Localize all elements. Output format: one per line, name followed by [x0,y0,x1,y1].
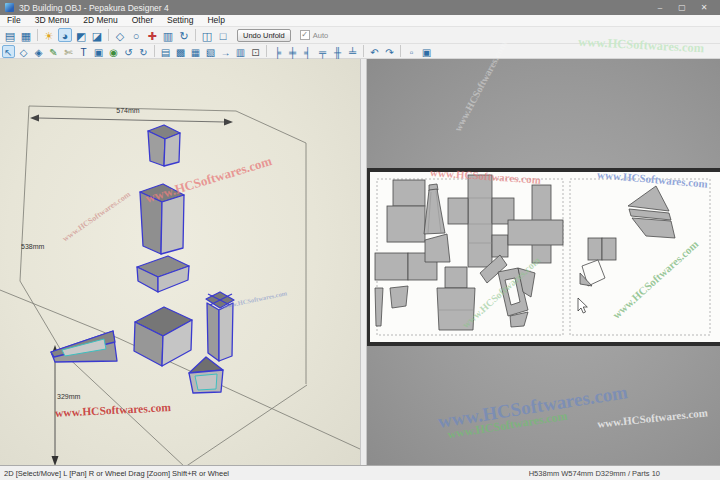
part-box-tall[interactable] [140,184,184,254]
add-page-icon[interactable]: ▧ [204,45,217,58]
application-window: 3D Building OBJ - Pepakura Designer 4 – … [0,0,720,480]
view-cylinder-icon[interactable]: ○ [129,28,143,42]
part-cube-big[interactable] [134,307,192,366]
rotate-part-left-icon[interactable]: ↶ [368,45,381,58]
align-center-v-icon[interactable]: ╫ [331,45,344,58]
toolbar-separator [266,45,267,57]
part-pyramid[interactable] [189,357,223,393]
texture-settings-icon[interactable]: ◉ [107,45,120,58]
edit-outline-icon[interactable]: ◇ [17,45,30,58]
select-move-icon[interactable]: ↖ [2,45,15,58]
toolbar-separator [37,29,38,41]
print-icon[interactable]: ⊡ [249,45,262,58]
auto-checkbox-label: Auto [313,31,328,40]
erase-line-icon[interactable]: ✄ [62,45,75,58]
toggle-light-icon[interactable]: ☀ [42,28,56,42]
statusbar-hint: 2D [Select/Move] L [Pan] R or Wheel Drag… [4,469,229,478]
menu-3d-menu[interactable]: 3D Menu [28,15,77,26]
pane-splitter[interactable] [360,59,367,465]
toolbar-separator [195,29,196,41]
layout-2d-only-icon[interactable]: □ [216,28,230,42]
toolbar-2d: ↖◇◈✎✄T▣◉↺↻▤▩▦▧→▥⊡╞╪╡╤╫╧↶↷▫▣ [0,44,720,59]
move-part-to-page-icon[interactable]: → [219,45,232,58]
pick-part-through-icon[interactable]: ◪ [90,28,104,42]
pick-part-front-icon[interactable]: ◩ [74,28,88,42]
rotate-part-right-icon[interactable]: ↷ [383,45,396,58]
open-file-icon[interactable]: ▤ [3,28,17,42]
bounding-box-wireframe [0,106,360,465]
toolbar-2d-icons: ↖◇◈✎✄T▣◉↺↻▤▩▦▧→▥⊡╞╪╡╤╫╧↶↷▫▣ [1,45,434,58]
menu-other[interactable]: Other [125,15,160,26]
dimension-depth: 329mm [52,345,81,465]
align-bottom-icon[interactable]: ╧ [346,45,359,58]
view-cube-icon[interactable]: ◇ [113,28,127,42]
viewport-2d[interactable] [367,59,720,465]
undo-icon[interactable]: ↺ [122,45,135,58]
align-right-icon[interactable]: ╡ [301,45,314,58]
arrange-parts-icon[interactable]: ▦ [189,45,202,58]
undo-unfold-button[interactable]: Undo Unfold [237,29,291,42]
redo-icon[interactable]: ↻ [137,45,150,58]
insert-image-icon[interactable]: ▣ [92,45,105,58]
part-slab[interactable] [137,256,189,292]
dimension-depth-label: 329mm [57,393,81,400]
show-flaps-icon[interactable]: ▩ [174,45,187,58]
viewport-3d[interactable]: 574mm 538mm 329mm [0,59,360,465]
main-area: 574mm 538mm 329mm [0,59,720,465]
toolbar-separator [154,45,155,57]
mirror-model-icon[interactable]: ▥ [161,28,175,42]
layout-3d-2d-icon[interactable]: ◫ [200,28,214,42]
toolbar-separator [400,45,401,57]
dimension-width-label: 574mm [116,107,140,114]
menubar-items: File3D Menu2D MenuOtherSettingHelp [0,15,720,27]
maximize-button[interactable]: ▢ [671,0,693,15]
rotate-view-icon[interactable]: ◕ [58,28,72,42]
toolbar-top-icons: ▤▦☀◕◩◪◇○✚▥↻◫□ [2,28,231,42]
app-icon [5,3,14,12]
dimension-height: 538mm [21,243,45,250]
save-file-icon[interactable]: ▦ [19,28,33,42]
align-left-icon[interactable]: ╞ [271,45,284,58]
dimension-width: 574mm [30,107,233,126]
part-prism-vertical[interactable] [206,292,234,361]
statusbar-dimensions: H538mm W574mm D329mm / Parts 10 [529,469,660,478]
show-axes-icon[interactable]: ✚ [145,28,159,42]
insert-text-icon[interactable]: T [77,45,90,58]
page-setup-icon[interactable]: ▥ [234,45,247,58]
part-cube-small[interactable] [148,125,180,166]
minimize-button[interactable]: – [649,0,671,15]
select-region-icon[interactable]: ▫ [405,45,418,58]
close-button[interactable]: ✕ [693,0,715,15]
model-3d-canvas[interactable]: 574mm 538mm 329mm [0,59,360,465]
toolbar-separator [363,45,364,57]
dimension-height-label: 538mm [21,243,45,250]
status-bar: 2D [Select/Move] L [Pan] R or Wheel Drag… [0,465,720,480]
menu-file[interactable]: File [0,15,28,26]
unfold-2d-canvas[interactable] [367,59,720,465]
auto-unfold-option: ✓ Auto [300,30,328,40]
draw-line-icon[interactable]: ✎ [47,45,60,58]
part-wedge[interactable] [51,331,117,362]
join-divide-icon[interactable]: ◈ [32,45,45,58]
rotate-model-icon[interactable]: ↻ [177,28,191,42]
align-center-h-icon[interactable]: ╪ [286,45,299,58]
check-fold-icon[interactable]: ▤ [159,45,172,58]
menu-help[interactable]: Help [200,15,231,26]
toolbar-top: ▤▦☀◕◩◪◇○✚▥↻◫□ Undo Unfold ✓ Auto [0,27,720,44]
toolbar-separator [108,29,109,41]
menu-setting[interactable]: Setting [160,15,200,26]
align-top-icon[interactable]: ╤ [316,45,329,58]
auto-checkbox[interactable]: ✓ [300,30,310,40]
title-bar: 3D Building OBJ - Pepakura Designer 4 – … [0,0,720,15]
menu-2d-menu[interactable]: 2D Menu [76,15,125,26]
select-all-parts-icon[interactable]: ▣ [420,45,433,58]
window-title: 3D Building OBJ - Pepakura Designer 4 [19,3,649,13]
